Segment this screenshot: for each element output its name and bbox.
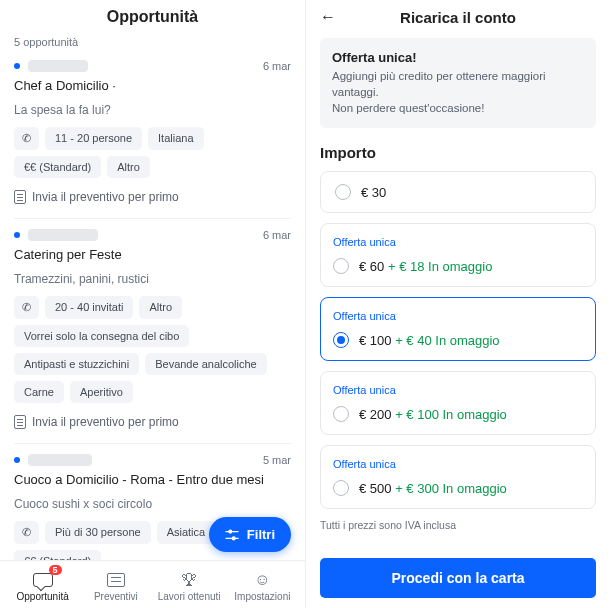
amount-base: € 200: [359, 407, 395, 422]
section-amount: Importo: [320, 144, 596, 161]
proceed-button[interactable]: Procedi con la carta: [320, 558, 596, 598]
tag-chip: Italiana: [148, 127, 203, 150]
amount-option-200[interactable]: Offerta unica € 200 + € 100 In omaggio: [320, 371, 596, 435]
radio-icon: [333, 258, 349, 274]
phone-icon: ✆: [22, 132, 31, 144]
tab-badge: 5: [49, 565, 62, 575]
phone-chip[interactable]: ✆: [14, 127, 39, 150]
person-icon: ☺︎: [254, 571, 270, 589]
amount-bonus: + € 40 In omaggio: [395, 333, 499, 348]
back-button[interactable]: ←: [320, 8, 342, 26]
document-icon: [107, 573, 125, 587]
tag-chip: 11 - 20 persone: [45, 127, 142, 150]
tag-chip: Asiatica: [157, 521, 216, 544]
tab-opportunities[interactable]: 5 Opportunità: [6, 571, 79, 602]
tag-chip: €€ (Standard): [14, 550, 101, 560]
tab-label: Opportunità: [16, 591, 68, 602]
card-desc: La spesa la fa lui?: [14, 103, 291, 117]
amount-option-30[interactable]: € 30: [320, 171, 596, 213]
promo-alert: Offerta unica! Aggiungi più credito per …: [320, 38, 596, 128]
sliders-icon: [225, 529, 239, 541]
radio-icon: [335, 184, 351, 200]
phone-chip[interactable]: ✆: [14, 296, 39, 319]
tag-chip: 20 - 40 invitati: [45, 296, 133, 319]
trophy-icon: 🏆︎: [181, 571, 197, 589]
contact-name-redacted: [28, 454, 92, 466]
tab-quotes[interactable]: Preventivi: [79, 571, 152, 602]
first-quote-hint: Invia il preventivo per primo: [14, 415, 291, 429]
opportunities-pane: Opportunità 5 opportunità 6 mar Chef a D…: [0, 0, 306, 608]
amount-base: € 500: [359, 481, 395, 496]
phone-icon: ✆: [22, 526, 31, 538]
filters-label: Filtri: [247, 527, 275, 542]
amount-option-500[interactable]: Offerta unica € 500 + € 300 In omaggio: [320, 445, 596, 509]
opportunity-card[interactable]: 6 mar Catering per Feste Tramezzini, pan…: [14, 218, 291, 429]
radio-icon: [333, 406, 349, 422]
first-quote-hint: Invia il preventivo per primo: [14, 190, 291, 204]
radio-icon: [333, 480, 349, 496]
service-title: Catering per Feste: [14, 247, 291, 262]
vat-note: Tutti i prezzi sono IVA inclusa: [320, 519, 596, 531]
page-title: Opportunità: [14, 0, 291, 36]
unread-dot-icon: [14, 457, 20, 463]
contact-name-redacted: [28, 60, 88, 72]
filters-button[interactable]: Filtri: [209, 517, 291, 552]
unread-dot-icon: [14, 63, 20, 69]
service-title: Chef a Domicilio ·: [14, 78, 291, 93]
document-icon: [14, 190, 26, 204]
amount-base: € 60: [359, 259, 388, 274]
tag-chip: Antipasti e stuzzichini: [14, 353, 139, 375]
radio-checked-icon: [333, 332, 349, 348]
promo-text: Aggiungi più credito per ottenere maggio…: [332, 68, 584, 100]
amount-option-100[interactable]: Offerta unica € 100 + € 40 In omaggio: [320, 297, 596, 361]
bottom-tabbar: 5 Opportunità Preventivi 🏆︎ Lavori otten…: [0, 560, 305, 608]
promo-badge: Offerta unica: [333, 236, 583, 248]
promo-text: Non perdere quest'occasione!: [332, 100, 584, 116]
promo-badge: Offerta unica: [333, 458, 583, 470]
tab-jobs[interactable]: 🏆︎ Lavori ottenuti: [153, 571, 226, 602]
page-title: Ricarica il conto: [342, 9, 596, 26]
tab-label: Preventivi: [94, 591, 138, 602]
tag-chip: €€ (Standard): [14, 156, 101, 178]
unread-dot-icon: [14, 232, 20, 238]
tag-chip: Bevande analcoliche: [145, 353, 267, 375]
opportunity-count: 5 opportunità: [14, 36, 291, 48]
phone-icon: ✆: [22, 301, 31, 313]
promo-badge: Offerta unica: [333, 310, 583, 322]
service-title: Cuoco a Domicilio - Roma - Entro due mes…: [14, 472, 291, 487]
tag-chip: Altro: [139, 296, 182, 319]
tab-label: Lavori ottenuti: [158, 591, 221, 602]
svg-point-1: [229, 530, 232, 533]
svg-point-3: [232, 537, 235, 540]
contact-name-redacted: [28, 229, 98, 241]
topup-pane: ← Ricarica il conto Offerta unica! Aggiu…: [306, 0, 610, 608]
amount-bonus: + € 300 In omaggio: [395, 481, 507, 496]
tab-label: Impostazioni: [234, 591, 290, 602]
card-desc: Cuoco sushi x soci circolo: [14, 497, 291, 511]
promo-badge: Offerta unica: [333, 384, 583, 396]
card-date: 6 mar: [263, 60, 291, 72]
document-icon: [14, 415, 26, 429]
tag-chip: Più di 30 persone: [45, 521, 151, 544]
card-desc: Tramezzini, panini, rustici: [14, 272, 291, 286]
amount-base: € 100: [359, 333, 395, 348]
card-date: 6 mar: [263, 229, 291, 241]
amount-base: € 30: [361, 185, 386, 200]
chat-icon: [33, 573, 53, 587]
first-quote-label: Invia il preventivo per primo: [32, 190, 179, 204]
tag-chip: Altro: [107, 156, 150, 178]
tag-chip: Carne: [14, 381, 64, 403]
card-date: 5 mar: [263, 454, 291, 466]
tag-chip: Vorrei solo la consegna del cibo: [14, 325, 189, 347]
phone-chip[interactable]: ✆: [14, 521, 39, 544]
amount-option-60[interactable]: Offerta unica € 60 + € 18 In omaggio: [320, 223, 596, 287]
opportunity-card[interactable]: 6 mar Chef a Domicilio · La spesa la fa …: [14, 60, 291, 204]
amount-bonus: + € 100 In omaggio: [395, 407, 507, 422]
amount-bonus: + € 18 In omaggio: [388, 259, 492, 274]
tab-settings[interactable]: ☺︎ Impostazioni: [226, 571, 299, 602]
tag-chip: Aperitivo: [70, 381, 133, 403]
first-quote-label: Invia il preventivo per primo: [32, 415, 179, 429]
promo-title: Offerta unica!: [332, 50, 584, 65]
